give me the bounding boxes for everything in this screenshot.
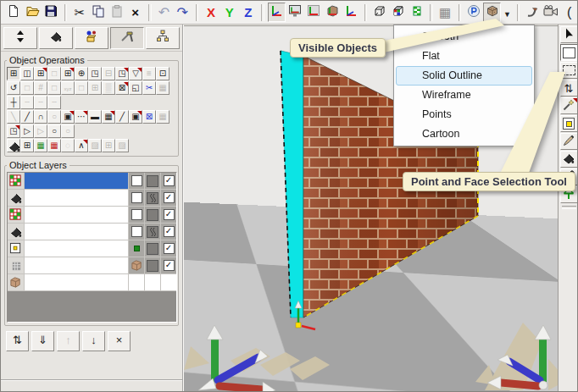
open-button[interactable] bbox=[24, 3, 42, 22]
layer-cell[interactable] bbox=[128, 240, 144, 257]
layer-cell[interactable] bbox=[128, 224, 144, 240]
op-button[interactable]: □ bbox=[75, 81, 88, 95]
brush-tool[interactable] bbox=[560, 133, 578, 150]
tab-hierarchy[interactable] bbox=[146, 27, 180, 49]
layer-swatch[interactable] bbox=[147, 175, 158, 187]
op-button[interactable]: ▣ bbox=[61, 110, 75, 124]
layer-move-down-button[interactable]: ↓ bbox=[82, 331, 105, 351]
op-button[interactable]: # bbox=[34, 81, 47, 95]
menu-item-points[interactable]: Points bbox=[396, 105, 532, 124]
op-button[interactable]: ▒ bbox=[102, 81, 115, 95]
op-button[interactable]: ◳ bbox=[115, 67, 129, 80]
bend-tool-button[interactable] bbox=[523, 3, 541, 22]
op-button[interactable]: ╱ bbox=[20, 110, 34, 124]
op-button[interactable]: ⊡ bbox=[156, 67, 170, 80]
magic-wand-tool[interactable] bbox=[560, 97, 578, 114]
op-button[interactable]: ◳ bbox=[7, 124, 20, 138]
layer-checkbox[interactable] bbox=[131, 192, 142, 203]
local-axis-button[interactable] bbox=[342, 3, 360, 22]
screen-axis-button[interactable] bbox=[286, 3, 304, 22]
layer-cell[interactable]: ✓ bbox=[160, 257, 176, 273]
op-button[interactable]: □ bbox=[47, 81, 61, 95]
op-button[interactable] bbox=[7, 139, 20, 152]
layer-name[interactable] bbox=[25, 207, 128, 223]
wireframe-view-button[interactable] bbox=[370, 3, 388, 22]
op-button[interactable]: ⊞ bbox=[102, 139, 115, 152]
layer-swatch[interactable] bbox=[147, 260, 158, 272]
op-button[interactable]: ◳ bbox=[88, 67, 102, 80]
op-button[interactable]: ⋯ bbox=[75, 110, 88, 124]
visible-objects-dropdown[interactable]: ▼ bbox=[502, 3, 512, 22]
paste-button[interactable] bbox=[108, 3, 125, 22]
layer-enabled-checkbox[interactable]: ✓ bbox=[164, 243, 175, 254]
menu-item-solid-outline[interactable]: Solid Outline bbox=[396, 66, 532, 86]
dither-render-button[interactable]: ▦ bbox=[436, 3, 454, 22]
axis-z-button[interactable]: Z bbox=[239, 3, 257, 22]
material-view-button[interactable] bbox=[389, 3, 407, 22]
op-button[interactable]: ⊠ bbox=[142, 110, 156, 124]
wall-side-face-selected[interactable] bbox=[281, 51, 303, 317]
op-button[interactable]: ⊞ bbox=[88, 81, 102, 95]
op-button[interactable]: ▦ bbox=[34, 139, 47, 152]
layer-enabled-checkbox[interactable]: ✓ bbox=[164, 209, 175, 220]
undo-button[interactable]: ↶ bbox=[155, 3, 173, 22]
layer-cell[interactable] bbox=[128, 257, 144, 273]
menu-item-flat[interactable]: Flat bbox=[396, 47, 532, 66]
layer-cell[interactable] bbox=[144, 190, 160, 206]
layer-cell[interactable]: ✓ bbox=[160, 224, 176, 240]
op-button[interactable]: ⊞ bbox=[61, 67, 75, 80]
op-button[interactable]: ⊟ bbox=[102, 67, 115, 80]
layer-material-swatch[interactable] bbox=[147, 192, 158, 204]
layer-checkbox[interactable] bbox=[131, 175, 142, 186]
op-button[interactable]: ◫ bbox=[20, 67, 34, 80]
op-button[interactable]: ◱ bbox=[129, 81, 142, 95]
op-button[interactable]: ⊞ bbox=[7, 67, 20, 80]
op-button[interactable]: ▦ bbox=[47, 139, 61, 152]
op-button[interactable]: xyz bbox=[61, 81, 75, 95]
op-button[interactable]: ┼ bbox=[7, 96, 20, 109]
point-select-tool[interactable] bbox=[560, 115, 578, 132]
layer-cell[interactable] bbox=[128, 207, 144, 223]
layer-cycle-button[interactable]: ⇅ bbox=[6, 331, 29, 351]
op-button[interactable]: ○ bbox=[47, 124, 61, 138]
op-button[interactable]: ▦ bbox=[156, 110, 170, 124]
op-button[interactable]: ⊠ bbox=[115, 81, 129, 95]
layer-insert-button[interactable]: ⇓ bbox=[31, 331, 54, 351]
layer-swatch[interactable] bbox=[147, 209, 158, 221]
arc-tool-button[interactable]: ( bbox=[560, 3, 578, 22]
layer-cell[interactable] bbox=[144, 207, 160, 223]
op-button[interactable]: ▽ bbox=[129, 67, 142, 80]
op-button[interactable]: ▦ bbox=[102, 110, 115, 124]
op-button[interactable]: ▬ bbox=[88, 110, 102, 124]
op-button[interactable]: ≡ bbox=[142, 67, 156, 80]
op-button[interactable]: ╱ bbox=[115, 110, 129, 124]
op-button[interactable]: ▣ bbox=[129, 110, 142, 124]
layer-cell[interactable]: ✓ bbox=[160, 207, 176, 223]
marquee-select-tool[interactable] bbox=[560, 62, 578, 79]
op-button[interactable]: ▦ bbox=[156, 81, 170, 95]
op-button[interactable]: □ bbox=[20, 81, 34, 95]
perspective-tool-button[interactable] bbox=[464, 3, 482, 22]
camera-button[interactable] bbox=[542, 3, 559, 22]
axis-y-button[interactable]: Y bbox=[220, 3, 238, 22]
tab-primitives[interactable] bbox=[75, 27, 108, 49]
visible-objects-button[interactable] bbox=[483, 3, 501, 22]
op-button[interactable]: ┄ bbox=[47, 96, 61, 109]
menu-item-smooth[interactable]: Smooth bbox=[396, 27, 532, 47]
menu-item-wireframe[interactable]: Wireframe bbox=[396, 86, 532, 105]
layer-enabled-checkbox[interactable]: ✓ bbox=[164, 192, 175, 203]
op-button[interactable]: ⊕ bbox=[75, 67, 88, 80]
layer-enabled-checkbox[interactable]: ✓ bbox=[164, 226, 175, 237]
layer-material-swatch[interactable] bbox=[147, 226, 158, 238]
copy-button[interactable] bbox=[89, 3, 107, 22]
redo-button[interactable]: ↷ bbox=[174, 3, 192, 22]
op-button[interactable]: ╲ bbox=[7, 110, 20, 124]
layer-delete-button[interactable]: × bbox=[108, 331, 131, 351]
layer-row[interactable]: ✓ bbox=[8, 190, 176, 207]
op-button[interactable]: ▨ bbox=[115, 139, 129, 152]
layer-name[interactable] bbox=[25, 173, 128, 189]
tab-transform[interactable] bbox=[3, 27, 37, 49]
op-button[interactable]: ∩ bbox=[34, 110, 47, 124]
texture-view-button[interactable] bbox=[408, 3, 425, 22]
menu-item-cartoon[interactable]: Cartoon bbox=[396, 124, 532, 144]
